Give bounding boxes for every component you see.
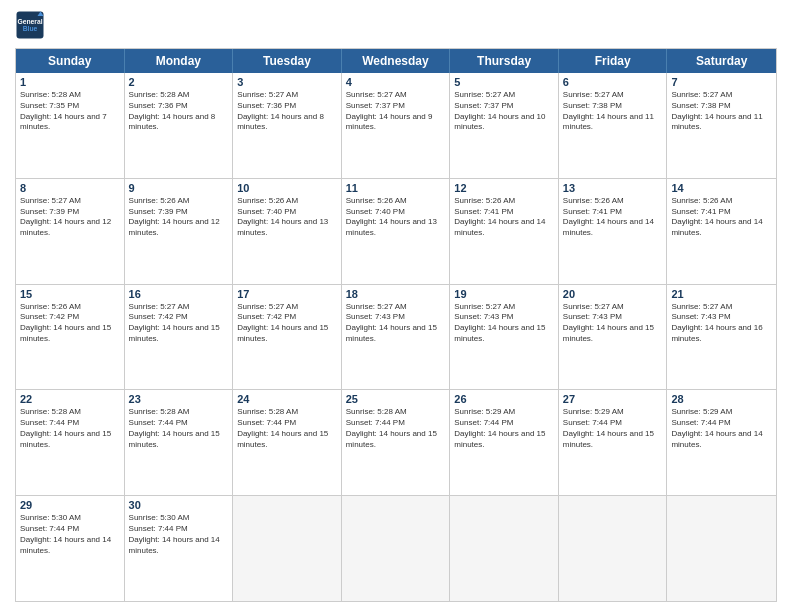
sunrise: Sunrise: 5:29 AM	[454, 407, 554, 418]
calendar-cell: 27 Sunrise: 5:29 AM Sunset: 7:44 PM Dayl…	[559, 390, 668, 495]
calendar-cell: 15 Sunrise: 5:26 AM Sunset: 7:42 PM Dayl…	[16, 285, 125, 390]
daylight: Daylight: 14 hours and 14 minutes.	[671, 429, 772, 451]
daylight: Daylight: 14 hours and 8 minutes.	[129, 112, 229, 134]
sunset: Sunset: 7:41 PM	[671, 207, 772, 218]
sunrise: Sunrise: 5:29 AM	[563, 407, 663, 418]
day-header-monday: Monday	[125, 49, 234, 73]
sunrise: Sunrise: 5:30 AM	[129, 513, 229, 524]
calendar-cell: 8 Sunrise: 5:27 AM Sunset: 7:39 PM Dayli…	[16, 179, 125, 284]
sunset: Sunset: 7:44 PM	[346, 418, 446, 429]
day-number: 1	[20, 76, 120, 88]
calendar-cell: 20 Sunrise: 5:27 AM Sunset: 7:43 PM Dayl…	[559, 285, 668, 390]
daylight: Daylight: 14 hours and 11 minutes.	[671, 112, 772, 134]
sunrise: Sunrise: 5:26 AM	[454, 196, 554, 207]
day-number: 22	[20, 393, 120, 405]
day-number: 6	[563, 76, 663, 88]
sunset: Sunset: 7:42 PM	[129, 312, 229, 323]
calendar-cell: 4 Sunrise: 5:27 AM Sunset: 7:37 PM Dayli…	[342, 73, 451, 178]
day-number: 19	[454, 288, 554, 300]
sunrise: Sunrise: 5:26 AM	[20, 302, 120, 313]
calendar-cell	[233, 496, 342, 601]
sunset: Sunset: 7:37 PM	[346, 101, 446, 112]
sunrise: Sunrise: 5:27 AM	[346, 90, 446, 101]
sunrise: Sunrise: 5:27 AM	[20, 196, 120, 207]
sunrise: Sunrise: 5:30 AM	[20, 513, 120, 524]
day-number: 26	[454, 393, 554, 405]
sunset: Sunset: 7:43 PM	[454, 312, 554, 323]
calendar-row: 15 Sunrise: 5:26 AM Sunset: 7:42 PM Dayl…	[16, 285, 776, 391]
day-number: 25	[346, 393, 446, 405]
day-number: 29	[20, 499, 120, 511]
daylight: Daylight: 14 hours and 15 minutes.	[454, 323, 554, 345]
calendar-cell: 22 Sunrise: 5:28 AM Sunset: 7:44 PM Dayl…	[16, 390, 125, 495]
svg-text:General: General	[17, 18, 42, 25]
daylight: Daylight: 14 hours and 16 minutes.	[671, 323, 772, 345]
day-number: 5	[454, 76, 554, 88]
calendar-cell: 5 Sunrise: 5:27 AM Sunset: 7:37 PM Dayli…	[450, 73, 559, 178]
sunrise: Sunrise: 5:26 AM	[237, 196, 337, 207]
sunset: Sunset: 7:36 PM	[129, 101, 229, 112]
sunrise: Sunrise: 5:27 AM	[237, 90, 337, 101]
day-number: 28	[671, 393, 772, 405]
daylight: Daylight: 14 hours and 9 minutes.	[346, 112, 446, 134]
day-number: 16	[129, 288, 229, 300]
calendar-cell: 21 Sunrise: 5:27 AM Sunset: 7:43 PM Dayl…	[667, 285, 776, 390]
calendar-cell	[342, 496, 451, 601]
calendar-cell: 24 Sunrise: 5:28 AM Sunset: 7:44 PM Dayl…	[233, 390, 342, 495]
daylight: Daylight: 14 hours and 15 minutes.	[346, 323, 446, 345]
daylight: Daylight: 14 hours and 7 minutes.	[20, 112, 120, 134]
sunset: Sunset: 7:38 PM	[671, 101, 772, 112]
daylight: Daylight: 14 hours and 15 minutes.	[563, 323, 663, 345]
day-header-sunday: Sunday	[16, 49, 125, 73]
sunset: Sunset: 7:44 PM	[129, 418, 229, 429]
sunset: Sunset: 7:43 PM	[346, 312, 446, 323]
svg-text:Blue: Blue	[23, 25, 38, 32]
sunset: Sunset: 7:36 PM	[237, 101, 337, 112]
sunrise: Sunrise: 5:27 AM	[346, 302, 446, 313]
day-number: 18	[346, 288, 446, 300]
calendar-body: 1 Sunrise: 5:28 AM Sunset: 7:35 PM Dayli…	[16, 73, 776, 601]
sunrise: Sunrise: 5:27 AM	[237, 302, 337, 313]
daylight: Daylight: 14 hours and 15 minutes.	[129, 323, 229, 345]
sunrise: Sunrise: 5:28 AM	[346, 407, 446, 418]
calendar-cell	[559, 496, 668, 601]
logo-icon: General Blue	[15, 10, 45, 40]
calendar: SundayMondayTuesdayWednesdayThursdayFrid…	[15, 48, 777, 602]
day-number: 20	[563, 288, 663, 300]
calendar-cell: 9 Sunrise: 5:26 AM Sunset: 7:39 PM Dayli…	[125, 179, 234, 284]
daylight: Daylight: 14 hours and 14 minutes.	[20, 535, 120, 557]
daylight: Daylight: 14 hours and 10 minutes.	[454, 112, 554, 134]
calendar-cell: 29 Sunrise: 5:30 AM Sunset: 7:44 PM Dayl…	[16, 496, 125, 601]
daylight: Daylight: 14 hours and 15 minutes.	[563, 429, 663, 451]
daylight: Daylight: 14 hours and 15 minutes.	[454, 429, 554, 451]
day-number: 7	[671, 76, 772, 88]
daylight: Daylight: 14 hours and 12 minutes.	[20, 217, 120, 239]
day-number: 27	[563, 393, 663, 405]
calendar-cell: 18 Sunrise: 5:27 AM Sunset: 7:43 PM Dayl…	[342, 285, 451, 390]
calendar-cell: 28 Sunrise: 5:29 AM Sunset: 7:44 PM Dayl…	[667, 390, 776, 495]
daylight: Daylight: 14 hours and 15 minutes.	[20, 429, 120, 451]
calendar-cell: 7 Sunrise: 5:27 AM Sunset: 7:38 PM Dayli…	[667, 73, 776, 178]
calendar-cell	[450, 496, 559, 601]
calendar-cell: 11 Sunrise: 5:26 AM Sunset: 7:40 PM Dayl…	[342, 179, 451, 284]
day-number: 2	[129, 76, 229, 88]
daylight: Daylight: 14 hours and 15 minutes.	[129, 429, 229, 451]
sunrise: Sunrise: 5:27 AM	[563, 90, 663, 101]
calendar-header: SundayMondayTuesdayWednesdayThursdayFrid…	[16, 49, 776, 73]
sunrise: Sunrise: 5:27 AM	[129, 302, 229, 313]
sunset: Sunset: 7:35 PM	[20, 101, 120, 112]
daylight: Daylight: 14 hours and 13 minutes.	[346, 217, 446, 239]
daylight: Daylight: 14 hours and 15 minutes.	[237, 429, 337, 451]
day-number: 24	[237, 393, 337, 405]
day-header-tuesday: Tuesday	[233, 49, 342, 73]
header: General Blue	[15, 10, 777, 40]
sunset: Sunset: 7:44 PM	[20, 524, 120, 535]
day-number: 3	[237, 76, 337, 88]
daylight: Daylight: 14 hours and 13 minutes.	[237, 217, 337, 239]
day-number: 4	[346, 76, 446, 88]
day-header-wednesday: Wednesday	[342, 49, 451, 73]
sunset: Sunset: 7:41 PM	[563, 207, 663, 218]
sunrise: Sunrise: 5:28 AM	[20, 407, 120, 418]
day-number: 15	[20, 288, 120, 300]
sunset: Sunset: 7:41 PM	[454, 207, 554, 218]
